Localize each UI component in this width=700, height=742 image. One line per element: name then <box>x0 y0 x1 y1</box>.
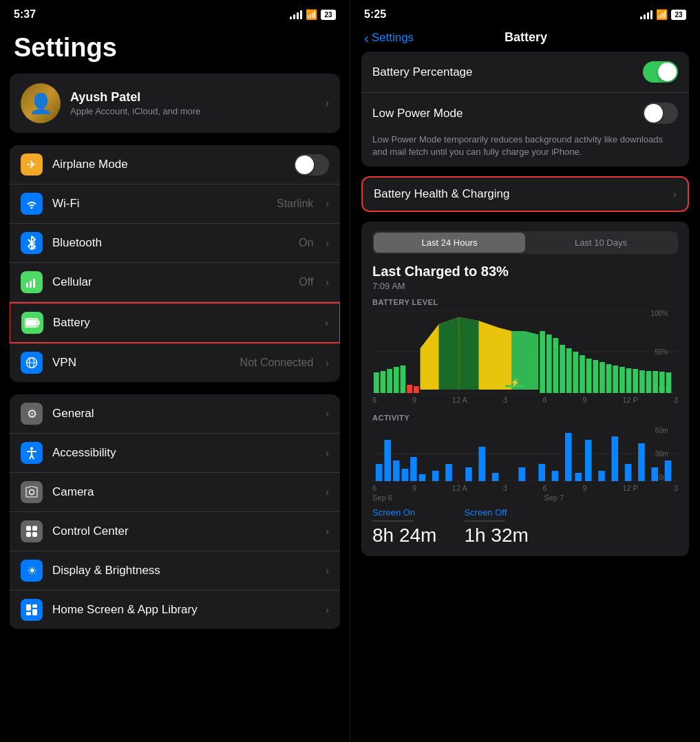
accessibility-chevron: › <box>326 447 329 458</box>
x-label-3: 3 <box>503 396 507 404</box>
date-label-sep6: Sep 6 <box>372 494 392 502</box>
screen-off-value: 1h 32m <box>464 524 528 547</box>
svg-rect-93 <box>665 460 672 481</box>
tab-24-hours[interactable]: Last 24 Hours <box>374 233 525 253</box>
sidebar-item-accessibility[interactable]: Accessibility › <box>10 434 340 473</box>
svg-rect-46 <box>560 345 565 393</box>
vpn-chevron: › <box>326 357 329 368</box>
svg-marker-41 <box>439 317 459 390</box>
airplane-mode-toggle[interactable] <box>294 154 329 176</box>
svg-line-16 <box>32 455 34 459</box>
cellular-value: Off <box>299 276 313 288</box>
profile-card[interactable]: 👤 Ayush Patel Apple Account, iCloud, and… <box>10 74 340 133</box>
screen-time-stats: Screen On 8h 24m Screen Off 1h 32m <box>372 507 678 547</box>
sidebar-item-cellular[interactable]: Cellular Off › <box>10 263 340 302</box>
battery-percentage-row[interactable]: Battery Percentage <box>361 52 689 93</box>
left-battery-icon: 23 <box>321 10 336 20</box>
act-x-5: 9 <box>583 484 587 492</box>
act-x-2: 12 A <box>452 484 467 492</box>
sidebar-item-camera[interactable]: Camera › <box>10 473 340 512</box>
svg-point-17 <box>30 490 34 495</box>
wifi-label: Wi-Fi <box>52 197 267 211</box>
battery-percentage-knob <box>658 63 677 81</box>
svg-rect-82 <box>518 467 525 481</box>
activity-chart-x-labels: 6 9 12 A 3 6 9 12 P 3 <box>372 484 678 492</box>
svg-rect-78 <box>445 464 452 481</box>
svg-rect-60 <box>653 371 658 393</box>
battery-health-row[interactable]: Battery Health & Charging › <box>361 176 689 212</box>
sidebar-item-home-screen[interactable]: Home Screen & App Library › <box>10 591 340 629</box>
settings-title: Settings <box>0 26 350 74</box>
svg-rect-21 <box>32 532 37 537</box>
svg-rect-76 <box>419 474 426 481</box>
svg-rect-38 <box>414 386 419 393</box>
svg-rect-81 <box>492 473 499 481</box>
svg-rect-24 <box>26 612 31 615</box>
screen-off-stat: Screen Off 1h 32m <box>464 507 528 547</box>
sidebar-item-bluetooth[interactable]: Bluetooth On › <box>10 224 340 263</box>
svg-rect-47 <box>566 348 572 393</box>
low-power-row[interactable]: Low Power Mode <box>361 93 689 134</box>
svg-rect-62 <box>666 372 672 393</box>
svg-text:50%: 50% <box>655 348 668 356</box>
health-chevron-icon: › <box>673 189 677 200</box>
sidebar-item-display[interactable]: ☀ Display & Brightness › <box>10 551 340 591</box>
sidebar-item-airplane-mode[interactable]: ✈ Airplane Mode <box>10 145 340 184</box>
battery-chart-x-labels: 6 9 12 A 3 6 9 12 P 3 <box>372 396 678 404</box>
sidebar-item-wifi[interactable]: Wi-Fi Starlink › <box>10 184 340 224</box>
svg-rect-92 <box>651 467 658 481</box>
svg-rect-75 <box>410 457 417 481</box>
accessibility-label: Accessibility <box>52 446 316 460</box>
activity-chart-date-labels: Sep 6 Sep 7 <box>372 494 678 502</box>
act-x-6: 12 P <box>622 484 638 492</box>
svg-rect-87 <box>585 440 592 481</box>
control-center-chevron: › <box>326 526 329 537</box>
vpn-value: Not Connected <box>240 357 314 369</box>
profile-chevron: › <box>326 97 329 109</box>
svg-rect-91 <box>638 443 645 481</box>
battery-percentage-label: Battery Percentage <box>372 65 473 79</box>
battery-percentage-toggle[interactable] <box>643 61 678 83</box>
home-screen-chevron: › <box>326 604 329 615</box>
x-label-5: 9 <box>583 396 587 404</box>
battery-level-label: BATTERY LEVEL <box>372 298 678 306</box>
home-screen-icon <box>21 599 43 621</box>
camera-icon <box>21 481 43 503</box>
sidebar-item-control-center[interactable]: Control Center › <box>10 512 340 551</box>
svg-rect-80 <box>478 447 485 481</box>
sidebar-item-battery[interactable]: Battery › <box>10 302 340 343</box>
low-power-toggle[interactable] <box>643 103 678 124</box>
right-battery-icon: 23 <box>671 10 686 20</box>
x-label-2: 12 A <box>452 396 467 404</box>
wifi-value: Starlink <box>277 198 313 210</box>
svg-rect-59 <box>646 371 652 393</box>
bluetooth-chevron: › <box>326 237 329 248</box>
svg-rect-74 <box>401 469 408 481</box>
svg-rect-22 <box>26 604 31 611</box>
cellular-icon <box>21 271 43 293</box>
last-charged-time: 7:09 AM <box>372 281 678 291</box>
settings-group-2: ⚙ General › Accessibility › <box>10 394 340 629</box>
control-center-label: Control Center <box>52 524 316 538</box>
x-label-4: 6 <box>543 396 547 404</box>
svg-rect-3 <box>26 283 28 288</box>
svg-rect-90 <box>625 464 632 481</box>
accessibility-icon <box>21 442 43 464</box>
profile-subtitle: Apple Account, iCloud, and more <box>70 106 316 116</box>
svg-rect-35 <box>394 367 399 393</box>
settings-group-1: ✈ Airplane Mode Wi-Fi Starlink › <box>10 145 340 382</box>
svg-marker-42 <box>458 317 478 390</box>
back-label[interactable]: Settings <box>372 31 414 45</box>
right-signal-icon <box>640 10 653 19</box>
tab-10-days[interactable]: Last 10 Days <box>525 233 677 253</box>
svg-rect-58 <box>639 370 645 393</box>
sidebar-item-vpn[interactable]: VPN Not Connected › <box>10 343 340 382</box>
back-button[interactable]: ‹ Settings <box>364 31 414 45</box>
right-status-icons: 📶 23 <box>640 9 686 20</box>
svg-text:⚡: ⚡ <box>510 378 520 388</box>
svg-rect-32 <box>374 372 379 393</box>
sidebar-item-general[interactable]: ⚙ General › <box>10 394 340 434</box>
svg-rect-49 <box>580 355 585 393</box>
low-power-knob <box>644 104 663 123</box>
activity-label: ACTIVITY <box>372 414 678 422</box>
